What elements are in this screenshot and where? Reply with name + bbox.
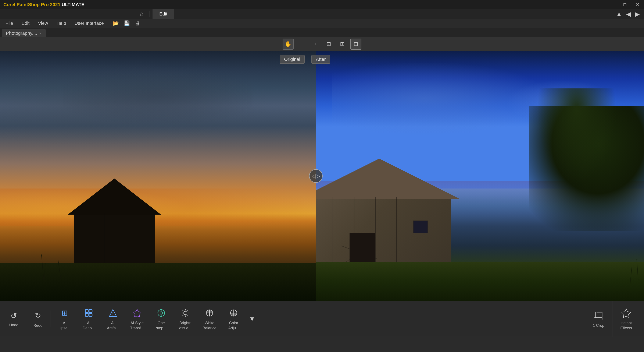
color-adjust-icon xyxy=(228,307,240,319)
photo-tab[interactable]: Photography.... × xyxy=(2,29,46,37)
split-divider[interactable]: ◁▷ xyxy=(316,51,316,301)
menu-edit[interactable]: Edit xyxy=(18,19,33,27)
barn-line xyxy=(104,213,104,268)
svg-line-21 xyxy=(187,310,188,311)
ai-denoise-icon xyxy=(83,307,95,319)
redo-button[interactable]: ↻ Redo xyxy=(28,307,48,330)
one-step-icon xyxy=(155,307,167,319)
color-adjust-label: ColorAdju... xyxy=(228,321,239,330)
undo-icon: ↺ xyxy=(8,310,20,322)
brightness-icon xyxy=(180,307,191,319)
svg-marker-7 xyxy=(133,309,141,317)
tab-bar: Photography.... × xyxy=(0,28,644,37)
quick-access: 📂 💾 🖨 xyxy=(111,19,142,28)
barn-roof-right xyxy=(316,159,460,199)
undo-button[interactable]: ↺ Undo xyxy=(4,308,23,330)
separator xyxy=(150,11,150,17)
barn-body xyxy=(74,213,155,268)
ai-artifact-button[interactable]: AIArtifa... xyxy=(101,305,124,333)
split-button[interactable]: ⊞ xyxy=(337,39,348,50)
svg-marker-33 xyxy=(622,309,631,318)
split-handle[interactable]: ◁▷ xyxy=(309,169,323,183)
menu-user-interface[interactable]: User Interface xyxy=(71,19,108,27)
svg-rect-3 xyxy=(89,313,92,316)
ai-style-label: AI StyleTransf... xyxy=(130,321,144,330)
svg-point-14 xyxy=(184,311,187,315)
menu-file[interactable]: File xyxy=(2,19,17,27)
instant-effects-icon xyxy=(620,307,632,319)
edit-mode-button[interactable]: Edit xyxy=(152,9,174,19)
adjust-icon[interactable]: ▲ xyxy=(616,11,622,18)
minimize-button[interactable]: — xyxy=(606,0,618,9)
ai-style-button[interactable]: AI StyleTransf... xyxy=(126,305,149,333)
one-step-button[interactable]: Onestep... xyxy=(150,305,173,333)
undo-label: Undo xyxy=(9,323,18,328)
menu-bar: File Edit View Help User Interface 📂 💾 🖨 xyxy=(0,19,644,28)
svg-point-6 xyxy=(112,315,113,315)
after-label[interactable]: After xyxy=(312,55,330,64)
after-photo xyxy=(316,51,644,301)
white-balance-button[interactable]: WhiteBalance xyxy=(198,305,221,333)
ai-artifact-label: AIArtifa... xyxy=(107,321,119,330)
barn-roof xyxy=(68,179,161,215)
grass-left xyxy=(0,263,316,301)
brightness-label: Brightness a... xyxy=(179,321,192,330)
svg-line-20 xyxy=(187,315,188,316)
crop-button[interactable]: 1 Crop xyxy=(585,301,612,336)
tab-label: Photography.... xyxy=(6,31,37,36)
more-tools-button[interactable]: ▼ xyxy=(246,313,258,325)
home-icon[interactable]: ⌂ xyxy=(140,11,144,18)
title-bar: Corel PaintShop Pro 2021 ULTIMATE — □ ✕ xyxy=(0,0,644,9)
bottom-toolbar: ↺ Undo ↻ Redo ⊞ AIUpsa... AIDeno... xyxy=(0,301,644,336)
barn-body-right xyxy=(316,197,451,267)
back-icon[interactable]: ◀ xyxy=(626,11,631,18)
original-label[interactable]: Original xyxy=(280,55,305,64)
svg-rect-1 xyxy=(89,309,92,312)
instant-effects-button[interactable]: InstantEffects xyxy=(612,301,640,336)
more-icon: ▼ xyxy=(249,315,255,322)
crop-label: 1 Crop xyxy=(593,323,604,328)
ai-upscale-button[interactable]: ⊞ AIUpsa... xyxy=(53,305,76,333)
right-icons: ▲ ◀ ▶ xyxy=(616,11,640,18)
menu-help[interactable]: Help xyxy=(53,19,70,27)
instant-effects-label: InstantEffects xyxy=(620,321,632,330)
crop-icon xyxy=(593,309,604,321)
pan-tool-button[interactable]: ✋ xyxy=(282,39,294,50)
ai-denoise-label: AIDeno... xyxy=(82,321,95,330)
open-button[interactable]: 📂 xyxy=(111,19,120,28)
grass-right xyxy=(316,262,644,301)
white-balance-icon xyxy=(204,307,216,319)
toolbar-separator xyxy=(50,310,50,327)
white-balance-label: WhiteBalance xyxy=(202,321,216,330)
svg-point-9 xyxy=(160,312,162,314)
ai-denoise-button[interactable]: AIDeno... xyxy=(77,305,100,333)
zoom-in-button[interactable]: + xyxy=(310,39,321,50)
ai-artifact-icon xyxy=(107,307,119,319)
svg-line-19 xyxy=(182,310,184,311)
window-controls: — □ ✕ xyxy=(606,0,644,9)
tab-close[interactable]: × xyxy=(40,31,42,36)
original-photo xyxy=(0,51,316,301)
svg-rect-0 xyxy=(85,309,88,312)
main-canvas: Original After ◁▷ xyxy=(0,51,644,301)
mode-bar: ⌂ Edit ▲ ◀ ▶ xyxy=(0,9,644,19)
color-adjust-button[interactable]: ColorAdju... xyxy=(222,305,245,333)
close-button[interactable]: ✕ xyxy=(631,0,644,9)
app-title: Corel PaintShop Pro 2021 ULTIMATE xyxy=(4,2,84,8)
print-button[interactable]: 🖨 xyxy=(133,19,142,28)
svg-line-22 xyxy=(182,315,184,316)
zoom-out-button[interactable]: − xyxy=(296,39,307,50)
redo-icon: ↻ xyxy=(32,309,44,321)
barn-line2 xyxy=(119,213,119,268)
ai-style-icon xyxy=(131,307,143,319)
compare-button[interactable]: ⊟ xyxy=(350,39,362,50)
menu-view[interactable]: View xyxy=(34,19,52,27)
save-button[interactable]: 💾 xyxy=(122,19,131,28)
maximize-button[interactable]: □ xyxy=(618,0,631,9)
redo-label: Redo xyxy=(33,323,42,328)
fit-button[interactable]: ⊡ xyxy=(323,39,334,50)
svg-rect-2 xyxy=(85,313,88,316)
brightness-button[interactable]: Brightness a... xyxy=(174,305,197,333)
ai-upscale-icon: ⊞ xyxy=(59,307,70,319)
forward-icon[interactable]: ▶ xyxy=(635,11,640,18)
